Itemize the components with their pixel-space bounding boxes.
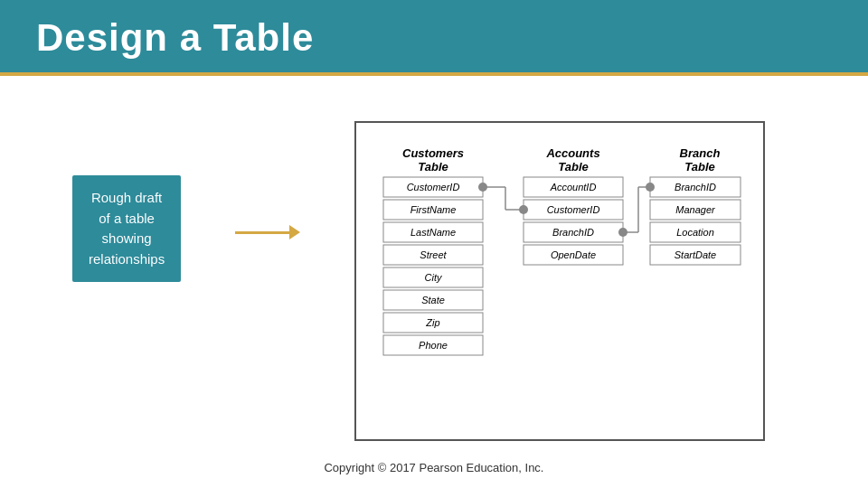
svg-text:City: City — [425, 272, 443, 283]
footer: Copyright © 2017 Pearson Education, Inc. — [0, 461, 868, 474]
svg-text:FirstName: FirstName — [410, 204, 457, 215]
arrow-line — [235, 231, 289, 234]
svg-point-42 — [519, 205, 528, 214]
diagram-svg: Customers Table CustomerID FirstName Las… — [374, 141, 745, 421]
svg-text:Branch: Branch — [680, 146, 721, 160]
arrow — [235, 225, 300, 239]
header-title: Design a Table — [36, 16, 314, 59]
svg-text:Table: Table — [418, 160, 448, 174]
svg-text:StartDate: StartDate — [675, 249, 716, 260]
content-area: Rough draftof a tableshowingrelationship… — [0, 76, 868, 459]
svg-text:OpenDate: OpenDate — [551, 249, 596, 260]
svg-text:Table: Table — [558, 160, 588, 174]
svg-text:Location: Location — [676, 227, 714, 238]
svg-text:Customers: Customers — [402, 146, 464, 160]
svg-text:Manager: Manager — [676, 204, 717, 215]
svg-text:Table: Table — [684, 160, 714, 174]
svg-text:Zip: Zip — [426, 317, 440, 328]
arrow-head — [289, 225, 300, 239]
svg-text:BranchID: BranchID — [552, 227, 594, 238]
svg-text:LastName: LastName — [410, 227, 456, 238]
label-box: Rough draftof a tableshowingrelationship… — [72, 175, 181, 282]
svg-text:CustomerID: CustomerID — [407, 182, 460, 192]
svg-point-44 — [618, 228, 627, 237]
svg-text:Accounts: Accounts — [546, 146, 600, 160]
header: Design a Table — [0, 0, 868, 76]
svg-text:Street: Street — [420, 249, 448, 260]
label-text: Rough draftof a tableshowingrelationship… — [89, 190, 165, 267]
svg-text:BranchID: BranchID — [675, 182, 716, 192]
svg-point-47 — [646, 183, 655, 192]
svg-text:State: State — [421, 295, 445, 305]
svg-text:Phone: Phone — [419, 340, 448, 351]
svg-text:CustomerID: CustomerID — [547, 204, 600, 215]
svg-point-39 — [478, 183, 487, 192]
footer-text: Copyright © 2017 Pearson Education, Inc. — [324, 461, 543, 474]
diagram: Customers Table CustomerID FirstName Las… — [354, 121, 765, 441]
svg-text:AccountID: AccountID — [550, 182, 597, 192]
